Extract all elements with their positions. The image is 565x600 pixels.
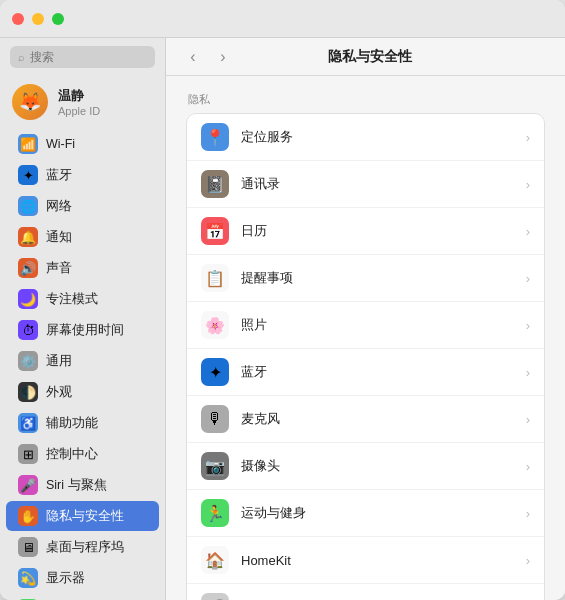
main-content: 隐私 📍定位服务›📓通讯录›📅日历›📋提醒事项›🌸照片›✦蓝牙›🎙麦克风›📷摄像… — [166, 76, 565, 600]
sidebar-icon-privacy: ✋ — [18, 506, 38, 526]
row-label-fitness: 运动与健身 — [241, 504, 514, 522]
sidebar-icon-focus: 🌙 — [18, 289, 38, 309]
sidebar-label-focus: 专注模式 — [46, 291, 98, 308]
row-icon-location: 📍 — [201, 123, 229, 151]
main-panel: ‹ › 隐私与安全性 隐私 📍定位服务›📓通讯录›📅日历›📋提醒事项›🌸照片›✦… — [166, 38, 565, 600]
sidebar-item-general[interactable]: ⚙️通用 — [6, 346, 159, 376]
settings-row-reminders[interactable]: 📋提醒事项› — [187, 255, 544, 302]
sidebar-icon-sound: 🔊 — [18, 258, 38, 278]
row-label-reminders: 提醒事项 — [241, 269, 514, 287]
sidebar-icon-desktop: 🖥 — [18, 537, 38, 557]
forward-button[interactable]: › — [212, 46, 234, 68]
settings-row-location[interactable]: 📍定位服务› — [187, 114, 544, 161]
sidebar-label-notifications: 通知 — [46, 229, 72, 246]
settings-row-bluetooth[interactable]: ✦蓝牙› — [187, 349, 544, 396]
row-chevron-reminders: › — [526, 271, 530, 286]
sidebar-label-network: 网络 — [46, 198, 72, 215]
row-label-homekit: HomeKit — [241, 553, 514, 568]
sidebar-icon-appearance: 🌓 — [18, 382, 38, 402]
sidebar-user[interactable]: 🦊 温静 Apple ID — [0, 76, 165, 128]
user-info: 温静 Apple ID — [58, 87, 100, 117]
sidebar-label-desktop: 桌面与程序坞 — [46, 539, 124, 556]
row-icon-camera: 📷 — [201, 452, 229, 480]
row-label-camera: 摄像头 — [241, 457, 514, 475]
row-icon-reminders: 📋 — [201, 264, 229, 292]
sidebar-label-appearance: 外观 — [46, 384, 72, 401]
settings-row-calendar[interactable]: 📅日历› — [187, 208, 544, 255]
content-area: ⌕ 🦊 温静 Apple ID 📶Wi-Fi✦蓝牙🌐网络🔔通知🔊声音🌙专注模式⏱… — [0, 38, 565, 600]
sidebar-item-controlcenter[interactable]: ⊞控制中心 — [6, 439, 159, 469]
row-icon-microphone: 🎙 — [201, 405, 229, 433]
avatar: 🦊 — [12, 84, 48, 120]
settings-row-fitness[interactable]: 🏃运动与健身› — [187, 490, 544, 537]
row-icon-calendar: 📅 — [201, 217, 229, 245]
row-chevron-fitness: › — [526, 506, 530, 521]
titlebar — [0, 0, 565, 38]
sidebar-item-accessibility[interactable]: ♿辅助功能 — [6, 408, 159, 438]
row-chevron-bluetooth: › — [526, 365, 530, 380]
sidebar-icon-bluetooth: ✦ — [18, 165, 38, 185]
row-label-contacts: 通讯录 — [241, 175, 514, 193]
sidebar-label-wifi: Wi-Fi — [46, 137, 75, 151]
sidebar-icon-controlcenter: ⊞ — [18, 444, 38, 464]
sidebar-label-bluetooth: 蓝牙 — [46, 167, 72, 184]
sidebar-item-siri[interactable]: 🎤Siri 与聚焦 — [6, 470, 159, 500]
sidebar-item-wallpaper[interactable]: 🖼墙纸 — [6, 594, 159, 600]
page-title: 隐私与安全性 — [242, 48, 497, 66]
sidebar-nav: 📶Wi-Fi✦蓝牙🌐网络🔔通知🔊声音🌙专注模式⏱屏幕使用时间⚙️通用🌓外观♿辅助… — [0, 128, 165, 600]
sidebar-label-general: 通用 — [46, 353, 72, 370]
row-label-calendar: 日历 — [241, 222, 514, 240]
sidebar-label-displays: 显示器 — [46, 570, 85, 587]
sidebar-label-screentime: 屏幕使用时间 — [46, 322, 124, 339]
settings-row-speech[interactable]: 🎤语音识别› — [187, 584, 544, 600]
row-icon-speech: 🎤 — [201, 593, 229, 600]
sidebar: ⌕ 🦊 温静 Apple ID 📶Wi-Fi✦蓝牙🌐网络🔔通知🔊声音🌙专注模式⏱… — [0, 38, 166, 600]
main-header: ‹ › 隐私与安全性 — [166, 38, 565, 76]
row-chevron-location: › — [526, 130, 530, 145]
sidebar-icon-notifications: 🔔 — [18, 227, 38, 247]
row-icon-homekit: 🏠 — [201, 546, 229, 574]
sidebar-icon-wifi: 📶 — [18, 134, 38, 154]
search-box[interactable]: ⌕ — [10, 46, 155, 68]
sidebar-item-desktop[interactable]: 🖥桌面与程序坞 — [6, 532, 159, 562]
sidebar-item-focus[interactable]: 🌙专注模式 — [6, 284, 159, 314]
row-chevron-photos: › — [526, 318, 530, 333]
row-chevron-homekit: › — [526, 553, 530, 568]
sidebar-icon-displays: 💫 — [18, 568, 38, 588]
sidebar-item-displays[interactable]: 💫显示器 — [6, 563, 159, 593]
sidebar-icon-accessibility: ♿ — [18, 413, 38, 433]
maximize-button[interactable] — [52, 13, 64, 25]
sidebar-item-privacy[interactable]: ✋隐私与安全性 — [6, 501, 159, 531]
sidebar-item-screentime[interactable]: ⏱屏幕使用时间 — [6, 315, 159, 345]
settings-row-photos[interactable]: 🌸照片› — [187, 302, 544, 349]
sidebar-label-accessibility: 辅助功能 — [46, 415, 98, 432]
sidebar-icon-general: ⚙️ — [18, 351, 38, 371]
sidebar-label-siri: Siri 与聚焦 — [46, 477, 107, 494]
row-chevron-contacts: › — [526, 177, 530, 192]
sidebar-label-privacy: 隐私与安全性 — [46, 508, 124, 525]
user-name: 温静 — [58, 87, 100, 105]
row-icon-photos: 🌸 — [201, 311, 229, 339]
minimize-button[interactable] — [32, 13, 44, 25]
settings-row-camera[interactable]: 📷摄像头› — [187, 443, 544, 490]
search-icon: ⌕ — [18, 51, 25, 63]
settings-row-microphone[interactable]: 🎙麦克风› — [187, 396, 544, 443]
settings-row-homekit[interactable]: 🏠HomeKit› — [187, 537, 544, 584]
sidebar-item-wifi[interactable]: 📶Wi-Fi — [6, 129, 159, 159]
sidebar-icon-siri: 🎤 — [18, 475, 38, 495]
user-subtitle: Apple ID — [58, 105, 100, 117]
sidebar-icon-network: 🌐 — [18, 196, 38, 216]
close-button[interactable] — [12, 13, 24, 25]
sidebar-item-network[interactable]: 🌐网络 — [6, 191, 159, 221]
sidebar-item-appearance[interactable]: 🌓外观 — [6, 377, 159, 407]
settings-window: ⌕ 🦊 温静 Apple ID 📶Wi-Fi✦蓝牙🌐网络🔔通知🔊声音🌙专注模式⏱… — [0, 0, 565, 600]
search-input[interactable] — [30, 50, 147, 64]
sidebar-item-notifications[interactable]: 🔔通知 — [6, 222, 159, 252]
sidebar-item-bluetooth[interactable]: ✦蓝牙 — [6, 160, 159, 190]
row-icon-contacts: 📓 — [201, 170, 229, 198]
row-icon-bluetooth: ✦ — [201, 358, 229, 386]
back-button[interactable]: ‹ — [182, 46, 204, 68]
settings-row-contacts[interactable]: 📓通讯录› — [187, 161, 544, 208]
row-chevron-microphone: › — [526, 412, 530, 427]
sidebar-item-sound[interactable]: 🔊声音 — [6, 253, 159, 283]
